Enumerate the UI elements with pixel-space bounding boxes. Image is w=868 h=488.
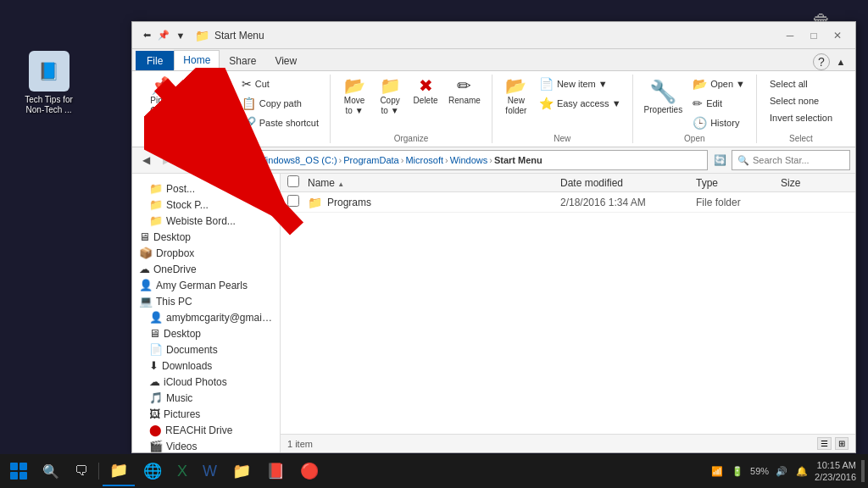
taskbar-browser[interactable]: 🌐 bbox=[136, 456, 169, 486]
taskbar-separator bbox=[98, 463, 99, 480]
open-label: Open bbox=[640, 132, 749, 143]
path-this-pc[interactable]: This PC bbox=[218, 155, 251, 165]
tech-tips-label: Tech Tips for Non-Tech ... bbox=[17, 95, 81, 115]
show-desktop-btn[interactable] bbox=[861, 460, 865, 482]
search-btn[interactable]: 🔍 bbox=[36, 456, 66, 486]
size-col-header[interactable]: Size bbox=[781, 177, 849, 189]
email-icon: 👤 bbox=[149, 311, 163, 324]
open-btn[interactable]: 📂 Open ▼ bbox=[688, 75, 749, 93]
tab-view[interactable]: View bbox=[265, 51, 306, 70]
taskbar-pdf[interactable]: 📕 bbox=[259, 456, 292, 486]
search-input[interactable] bbox=[753, 155, 844, 165]
paste-shortcut-btn[interactable]: 🔗 Paste shortcut bbox=[237, 114, 323, 132]
nav-item-website[interactable]: 📁 Webiste Bord... bbox=[132, 213, 280, 229]
easy-access-icon: ⭐ bbox=[539, 97, 554, 110]
close-btn[interactable]: ✕ bbox=[826, 27, 849, 44]
name-col-header[interactable]: Name ▲ bbox=[308, 177, 560, 189]
easy-access-btn[interactable]: ⭐ Easy access ▼ bbox=[535, 94, 626, 113]
ribbon-collapse-btn[interactable]: ▲ bbox=[833, 54, 849, 69]
taskbar-app[interactable]: 🔴 bbox=[293, 456, 326, 486]
new-folder-btn[interactable]: 📂 Newfolder bbox=[499, 75, 533, 119]
nav-item-posts[interactable]: 📁 Post... bbox=[132, 180, 280, 197]
path-windows[interactable]: Windows bbox=[450, 155, 488, 165]
taskbar-word[interactable]: W bbox=[196, 456, 224, 486]
ribbon-help-btn[interactable]: ? bbox=[813, 53, 830, 70]
notification-icon[interactable]: 🔔 bbox=[794, 464, 810, 479]
nav-item-amy[interactable]: 👤 Amy German Pearls bbox=[132, 277, 280, 293]
task-view-btn[interactable]: 🗨 bbox=[68, 456, 95, 486]
qa-dropdown-btn[interactable]: ▼ bbox=[173, 28, 188, 43]
battery-icon[interactable]: 🔋 bbox=[730, 464, 745, 479]
speaker-icon[interactable]: 🔊 bbox=[774, 464, 789, 479]
nav-item-this-pc[interactable]: 💻 This PC bbox=[132, 293, 280, 309]
minimize-btn[interactable]: ─ bbox=[779, 27, 801, 44]
taskbar: 🔍 🗨 📁 🌐 X W 📁 📕 🔴 📶 🔋 59% 🔊 🔔 10:15 AM 2… bbox=[0, 454, 868, 488]
new-buttons: 📂 Newfolder 📄 New item ▼ ⭐ Easy access ▼ bbox=[499, 75, 626, 132]
start-button[interactable] bbox=[3, 456, 34, 486]
qa-back-btn[interactable]: ⬅ bbox=[139, 28, 154, 43]
table-row[interactable]: 📁 Programs 2/18/2016 1:34 AM File folder bbox=[281, 192, 855, 213]
file-date-cell: 2/18/2016 1:34 AM bbox=[560, 197, 696, 208]
date-col-header[interactable]: Date modified bbox=[560, 177, 696, 189]
copy-btn[interactable]: 📋 Copy bbox=[185, 75, 236, 95]
copy-path-btn[interactable]: 📋 Copy path bbox=[237, 94, 323, 113]
invert-selection-btn[interactable]: Invert selection bbox=[765, 110, 837, 125]
taskbar-excel[interactable]: X bbox=[170, 456, 194, 486]
clock[interactable]: 10:15 AM 2/23/2016 bbox=[815, 459, 856, 484]
rename-btn[interactable]: ✏ Rename bbox=[444, 75, 485, 108]
new-col: 📄 New item ▼ ⭐ Easy access ▼ bbox=[535, 75, 626, 113]
network-icon[interactable]: 📶 bbox=[709, 464, 725, 479]
cut-btn[interactable]: ✂ Cut bbox=[237, 75, 323, 93]
select-all-btn[interactable]: Select all bbox=[765, 76, 837, 92]
desktop-icon-tech-tips[interactable]: 📘 Tech Tips for Non-Tech ... bbox=[17, 51, 81, 115]
nav-item-pictures[interactable]: 🖼 Pictures bbox=[132, 406, 280, 422]
history-btn[interactable]: 🕒 History bbox=[688, 114, 749, 132]
nav-item-stock[interactable]: 📁 Stock P... bbox=[132, 197, 280, 213]
qa-pin-btn[interactable]: 📌 bbox=[156, 28, 171, 43]
search-box[interactable]: 🔍 bbox=[732, 150, 850, 170]
nav-item-music[interactable]: 🎵 Music bbox=[132, 390, 280, 406]
nav-item-documents[interactable]: 📄 Documents bbox=[132, 341, 280, 358]
path-drive[interactable]: Windows8_OS (C:) bbox=[257, 155, 337, 165]
open-buttons: 🔧 Properties 📂 Open ▼ ✏ Edit 🕒 History bbox=[640, 75, 749, 132]
new-item-btn[interactable]: 📄 New item ▼ bbox=[535, 75, 626, 93]
select-none-btn[interactable]: Select none bbox=[765, 93, 837, 108]
details-view-btn[interactable]: ☰ bbox=[817, 437, 832, 450]
copy-to-btn[interactable]: 📁 Copyto ▼ bbox=[373, 75, 407, 119]
row-checkbox[interactable] bbox=[287, 195, 299, 207]
taskbar-file-explorer[interactable]: 📁 bbox=[103, 456, 135, 486]
taskbar-files[interactable]: 📁 bbox=[225, 456, 258, 486]
nav-forward-btn[interactable]: ▶ bbox=[158, 152, 175, 169]
refresh-btn[interactable]: 🔄 bbox=[711, 152, 728, 169]
tab-share[interactable]: Share bbox=[220, 51, 265, 70]
nav-item-icloud[interactable]: ☁ iCloud Photos bbox=[132, 374, 280, 390]
nav-item-reachit[interactable]: ⬤ REACHit Drive bbox=[132, 422, 280, 438]
path-microsoft[interactable]: Microsoft bbox=[405, 155, 443, 165]
nav-item-videos[interactable]: 🎬 Videos bbox=[132, 438, 280, 452]
move-to-btn[interactable]: 📂 Moveto ▼ bbox=[337, 75, 371, 119]
nav-item-onedrive[interactable]: ☁ OneDrive bbox=[132, 261, 280, 277]
maximize-btn[interactable]: □ bbox=[803, 27, 825, 44]
nav-up-btn[interactable]: ▲ bbox=[178, 152, 195, 169]
select-all-checkbox[interactable] bbox=[287, 175, 299, 187]
nav-back-btn[interactable]: ◀ bbox=[137, 152, 154, 169]
nav-item-desktop[interactable]: 🖥 Desktop bbox=[132, 229, 280, 245]
nav-item-dropbox[interactable]: 📦 Dropbox bbox=[132, 245, 280, 261]
path-start-menu[interactable]: Start Menu bbox=[494, 155, 542, 165]
large-icons-view-btn[interactable]: ⊞ bbox=[835, 437, 849, 450]
nav-item-desktop-sub[interactable]: 🖥 Desktop bbox=[132, 325, 280, 341]
pin-to-quick-btn[interactable]: 📌 Pin to Quickaccess bbox=[139, 75, 183, 129]
tab-file[interactable]: File bbox=[136, 51, 174, 70]
file-name-cell: 📁 Programs bbox=[308, 196, 560, 209]
properties-btn[interactable]: 🔧 Properties bbox=[640, 75, 687, 119]
delete-btn[interactable]: ✖ Delete bbox=[409, 75, 442, 108]
nav-item-downloads[interactable]: ⬇ Downloads bbox=[132, 358, 280, 374]
nav-label: This PC bbox=[156, 296, 192, 308]
address-path[interactable]: ▶ › This PC › Windows8_OS (C:) › Program… bbox=[198, 150, 708, 170]
nav-item-email[interactable]: 👤 amybmcgarity@gmail.com bbox=[132, 309, 280, 325]
paste-btn[interactable]: 📄 Paste bbox=[185, 96, 236, 116]
type-col-header[interactable]: Type bbox=[696, 177, 781, 189]
edit-btn[interactable]: ✏ Edit bbox=[688, 94, 749, 113]
path-programdata[interactable]: ProgramData bbox=[343, 155, 398, 165]
tab-home[interactable]: Home bbox=[174, 50, 220, 70]
